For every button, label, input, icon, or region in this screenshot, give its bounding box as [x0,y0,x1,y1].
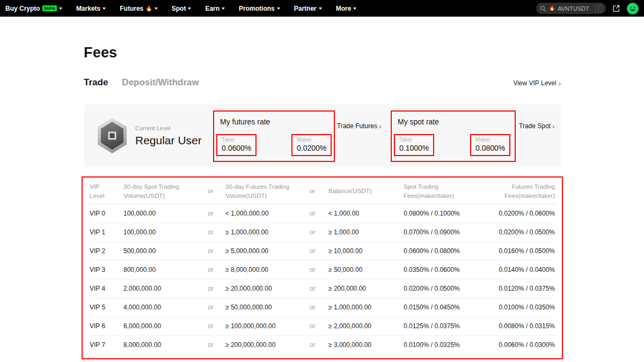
cell-futures-fees: 0.0200% / 0.0500% [491,223,555,242]
spot-rate-title: My spot rate [398,117,439,126]
sepa-badge: SEPA [42,5,57,12]
cell-futures-volume: ≥ 100,000,000.00 [225,317,310,336]
cell-vip-level: VIP 7 [90,336,123,354]
cell-balance: < 1,000.00 [328,204,404,223]
nav-item-promotions[interactable]: Promotions [239,5,280,12]
cell-balance: ≥ 50,000.00 [328,261,404,279]
cell-spot-fees: 0.0125% / 0.0375% [404,317,491,336]
cell-futures-volume: ≥ 5,000,000.00 [225,242,310,261]
nav-item-spot[interactable]: Spot [172,5,192,12]
cell-vip-level: VIP 1 [90,223,123,242]
table-row: VIP 3 800,000.00 or ≥ 8,000,000.00 or ≥ … [90,261,555,279]
chevron-down-icon [188,8,191,10]
nav-item-earn[interactable]: Earn [205,5,225,12]
search-box[interactable]: 🔥 AVNTUSDT / [536,3,606,14]
cell-balance: ≥ 3,000,000.00 [328,336,404,354]
cell-spot-fees: 0.0200% / 0.0500% [404,279,491,298]
cell-spot-volume: 2,000,000.00 [123,279,208,298]
futures-maker-box: Maker 0.0200% [291,134,332,156]
current-level-card: Current Level Regular User My futures ra… [84,104,561,167]
spot-maker-label: Maker [475,137,505,143]
cell-futures-volume: ≥ 1,000,000.00 [225,223,310,242]
chevron-down-icon [155,8,158,10]
spot-maker-value: 0.0800% [475,144,505,152]
chevron-down-icon [353,8,356,10]
flame-icon: 🔥 [145,6,152,11]
header-or: or [310,178,328,204]
nav-more-label: More [336,5,352,12]
chevron-down-icon [59,8,62,10]
cell-futures-volume: ≥ 8,000,000.00 [225,261,310,279]
cell-vip-level: VIP 6 [90,317,123,336]
view-vip-level-label: View VIP Level [513,79,556,87]
cell-spot-volume: 100,000.00 [123,204,208,223]
table-row: VIP 7 8,000,000.00 or ≥ 200,000,000.00 o… [90,336,555,354]
cell-or: or [310,204,328,223]
header-balance: Balance(USDT) [328,178,404,204]
spot-maker-box: Maker 0.0800% [470,134,510,156]
slash-shortcut-key: / [595,5,602,12]
cell-futures-fees: 0.0080% / 0.0315% [491,317,555,336]
share-icon[interactable] [612,4,620,12]
table-row: VIP 6 6,000,000.00 or ≥ 100,000,000.00 o… [90,317,555,336]
cell-spot-fees: 0.0150% / 0.0450% [404,298,491,317]
avatar[interactable] [627,3,639,14]
nav-markets-label: Markets [76,5,100,12]
tab-deposit-withdraw[interactable]: Deposit/Withdraw [122,77,199,88]
nav-item-futures[interactable]: Futures 🔥 [120,5,158,12]
header-spot-fees: Spot Trading Fees(maker/taker) [404,178,491,204]
search-input[interactable]: AVNTUSDT [558,5,592,12]
cell-spot-volume: 6,000,000.00 [123,317,208,336]
cell-futures-fees: 0.0120% / 0.0375% [491,279,555,298]
cell-futures-fees: 0.0060% / 0.0300% [491,336,555,354]
futures-maker-label: Maker [297,137,326,143]
cell-or: or [208,204,225,223]
cell-balance: ≥ 10,000.00 [328,242,404,261]
trade-futures-label: Trade Futures [337,122,377,130]
trade-spot-link[interactable]: Trade Spot › [519,122,554,130]
level-info: Current Level Regular User [135,125,202,147]
chevron-right-icon: › [559,80,561,87]
cell-vip-level: VIP 4 [90,279,123,298]
cell-futures-volume: ≥ 20,000,000.00 [225,279,310,298]
futures-taker-value: 0.0600% [222,144,251,152]
nav-item-markets[interactable]: Markets [76,5,106,12]
futures-rate-title: My futures rate [220,117,270,126]
chevron-down-icon [277,8,280,10]
cell-balance: ≥ 200,000.00 [328,279,404,298]
tabs-row: Trade Deposit/Withdraw View VIP Level › [84,77,561,88]
cell-spot-volume: 4,000,000.00 [123,298,208,317]
table-row: VIP 4 2,000,000.00 or ≥ 20,000,000.00 or… [90,279,555,298]
table-row: VIP 0 100,000.00 or < 1,000,000.00 or < … [90,204,555,223]
trade-spot-label: Trade Spot [519,122,551,130]
chevron-down-icon [319,8,322,10]
cell-or: or [208,298,225,317]
spot-rate-panel: My spot rate Taker 0.1000% Maker 0.0800% [391,110,516,162]
table-row: VIP 2 500,000.00 or ≥ 5,000,000.00 or ≥ … [90,242,555,261]
trade-futures-link[interactable]: Trade Futures › [337,122,381,130]
cell-balance: ≥ 2,000,000.00 [328,317,404,336]
cell-vip-level: VIP 3 [90,261,123,279]
chevron-right-icon: › [379,123,381,130]
nav-item-more[interactable]: More [336,5,357,12]
spot-taker-box: Taker 0.1000% [394,134,434,156]
chevron-down-icon [103,8,106,10]
vip-fees-table: VIP Level 30-day Spot Trading Volume(USD… [82,176,563,359]
cell-or: or [208,279,225,298]
view-vip-level-link[interactable]: View VIP Level › [513,79,561,87]
cell-futures-fees: 0.0160% / 0.0500% [491,242,555,261]
page-title: Fees [84,45,561,61]
cell-spot-fees: 0.0350% / 0.0600% [404,261,491,279]
table-header-row: VIP Level 30-day Spot Trading Volume(USD… [90,178,555,204]
header-futures-volume: 30-day Futures Trading Volume(USDT) [225,178,310,204]
nav-item-buy-crypto[interactable]: Buy Crypto SEPA [5,5,62,12]
table-row: VIP 1 100,000.00 or ≥ 1,000,000.00 or ≥ … [90,223,555,242]
table-row: VIP 5 4,000,000.00 or ≥ 50,000,000.00 or… [90,298,555,317]
spot-taker-label: Taker [399,137,429,143]
nav-partner-label: Partner [294,5,317,12]
cell-vip-level: VIP 0 [90,204,123,223]
chevron-down-icon [222,8,225,10]
cell-or: or [208,261,225,279]
tab-trade[interactable]: Trade [84,77,108,88]
nav-item-partner[interactable]: Partner [294,5,322,12]
